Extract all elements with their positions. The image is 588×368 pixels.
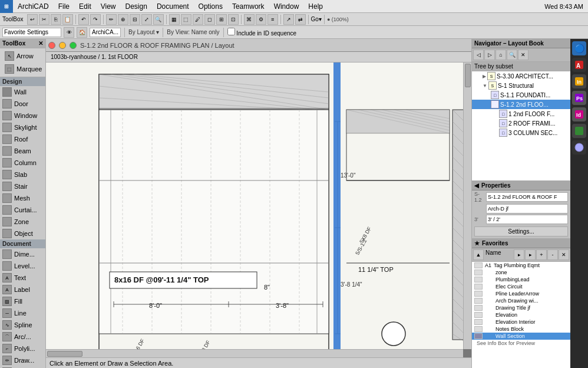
fav-item-1[interactable]: zone: [472, 269, 570, 276]
menu-file[interactable]: File: [54, 1, 74, 12]
dock-icon-5[interactable]: Id: [572, 107, 586, 121]
tb-btn-20[interactable]: ≡: [267, 14, 278, 25]
fav-del-btn[interactable]: -: [547, 249, 558, 260]
fav-col-btn1[interactable]: ▸: [514, 249, 524, 260]
tb-btn-3[interactable]: ⎘: [51, 14, 61, 25]
tb-btn-15[interactable]: ◻: [204, 14, 215, 25]
tree-content[interactable]: ▶ S S-3.30 ARCHITECT... ▼ S S-1 Structur…: [472, 71, 570, 180]
tool-curtain[interactable]: Curtai...: [0, 204, 45, 216]
fav-item-7[interactable]: Elevation: [472, 311, 570, 318]
include-id-checkbox[interactable]: [227, 28, 235, 35]
fav-item-6[interactable]: Drawing Title jf: [472, 304, 570, 311]
dock-icon-7[interactable]: [572, 140, 586, 155]
prop-value-2[interactable]: Arch-D jf: [486, 204, 568, 213]
fav-item-5[interactable]: Arch Drawing wi...: [472, 297, 570, 304]
tb-btn-2[interactable]: ✂: [39, 14, 49, 25]
tool-marquee[interactable]: ⬚ Marquee: [2, 63, 43, 75]
nav-btn-1[interactable]: ◁: [473, 50, 484, 60]
tool-wall[interactable]: Wall: [0, 86, 45, 98]
tb-btn-4[interactable]: 📋: [62, 14, 73, 25]
menu-design[interactable]: Design: [121, 1, 152, 12]
vertical-scroll-thumb[interactable]: [465, 64, 471, 87]
tb-btn-12[interactable]: ▦: [169, 14, 180, 25]
dock-icon-4[interactable]: Ps: [572, 91, 586, 105]
archica-label[interactable]: ArchiCA...: [90, 28, 121, 37]
tool-draw[interactable]: ✏ Draw...: [0, 354, 45, 366]
tb-btn-6[interactable]: ↷: [90, 14, 101, 25]
tool-door[interactable]: Door: [0, 98, 45, 110]
tool-arc[interactable]: ⌒ Arc/...: [0, 331, 45, 343]
fav-item-4[interactable]: Pline LeaderArrow: [472, 290, 570, 297]
menu-view[interactable]: View: [96, 1, 121, 12]
horizontal-scroll-thumb[interactable]: [47, 351, 82, 357]
close-button[interactable]: [48, 42, 55, 49]
tree-item-s12-2[interactable]: □ 2 ROOF FRAMI...: [472, 119, 570, 128]
tool-polyline[interactable]: ⌐ Polyli...: [0, 343, 45, 354]
nav-btn-4[interactable]: 🔍: [507, 50, 517, 60]
tool-mesh[interactable]: Mesh: [0, 192, 45, 204]
vertical-scrollbar[interactable]: [463, 63, 471, 349]
favorites-list[interactable]: A1 Tag Plumbing Eqmt zone PlumbingLead E…: [472, 262, 570, 368]
tool-line[interactable]: ─ Line: [0, 307, 45, 319]
tb-btn-17[interactable]: ⊡: [228, 14, 239, 25]
tb-btn-14[interactable]: 🖊: [193, 14, 203, 25]
tool-fill[interactable]: ▨ Fill: [0, 295, 45, 307]
tree-item-s1[interactable]: ▼ S S-1 Structural: [472, 81, 570, 90]
settings-button[interactable]: Settings...: [474, 226, 568, 236]
tool-text[interactable]: A Text: [0, 272, 45, 284]
tool-window[interactable]: Window: [0, 110, 45, 121]
tb-btn-5[interactable]: ↶: [78, 14, 89, 25]
menu-teamwork[interactable]: Teamwork: [227, 1, 269, 12]
tool-stair[interactable]: Stair: [0, 180, 45, 192]
menu-document[interactable]: Document: [152, 1, 194, 12]
tb-btn-8[interactable]: ⊕: [118, 14, 128, 25]
tb-btn-7[interactable]: ✏: [106, 14, 117, 25]
tool-spline[interactable]: ∿ Spline: [0, 319, 45, 331]
fav-close-btn[interactable]: ✕: [559, 249, 569, 260]
dock-finder[interactable]: 🔵: [572, 41, 586, 55]
go-btn[interactable]: Go▾: [311, 16, 322, 22]
fav-item-2[interactable]: PlumbingLead: [472, 276, 570, 283]
menu-window[interactable]: Window: [269, 1, 304, 12]
dock-icon-3[interactable]: In: [572, 74, 586, 88]
tree-item-s12-1[interactable]: □ 1 2nd FLOOR F...: [472, 109, 570, 119]
tb-btn-16[interactable]: ⊞: [216, 14, 227, 25]
nav-btn-3[interactable]: ⌂: [495, 50, 506, 60]
dock-icon-2[interactable]: A: [572, 58, 586, 72]
fav-item-9[interactable]: Notes Block: [472, 326, 570, 333]
tool-roof[interactable]: Roof: [0, 133, 45, 145]
fav-item-8[interactable]: Elevation Interior: [472, 318, 570, 326]
menu-help[interactable]: Help: [303, 1, 328, 12]
tb-btn-13[interactable]: ⬚: [181, 14, 191, 25]
tool-arrow[interactable]: ↖ Arrow: [2, 50, 43, 63]
tool-skylight[interactable]: Skylight: [0, 121, 45, 133]
tool-dimension[interactable]: Dime...: [0, 248, 45, 260]
tb-btn-11[interactable]: 🔍: [153, 14, 164, 25]
tb-btn-9[interactable]: ⊟: [130, 14, 140, 25]
archica-btn[interactable]: 🏠: [77, 27, 87, 38]
horizontal-scrollbar[interactable]: [46, 349, 463, 357]
include-id-checkbox-label[interactable]: Include in ID sequence: [227, 28, 297, 37]
tree-item-1[interactable]: ▶ S S-3.30 ARCHITECT...: [472, 71, 570, 81]
fav-item-3[interactable]: Elec Circuit: [472, 283, 570, 290]
favorite-settings-input[interactable]: [2, 28, 61, 37]
minimize-button[interactable]: [59, 42, 66, 49]
tree-item-s12[interactable]: □ S-1.2 2nd FLOO...: [472, 100, 570, 109]
fav-add-btn[interactable]: +: [536, 249, 547, 260]
eye-icon[interactable]: 👁: [64, 27, 74, 38]
fav-item-10[interactable]: Wall Section: [472, 333, 570, 340]
nav-btn-2[interactable]: ▷: [484, 50, 495, 60]
fav-col-btn2[interactable]: ▸: [525, 249, 536, 260]
prop-value-1[interactable]: S-1.2 2nd FLOOR & ROOF F: [486, 192, 568, 202]
tool-level[interactable]: Level...: [0, 260, 45, 272]
tree-item-s12-3[interactable]: □ 3 COLUMN SEC...: [472, 128, 570, 137]
tb-btn-18[interactable]: ⌘: [244, 14, 255, 25]
tool-slab[interactable]: Slab: [0, 169, 45, 180]
dock-icon-6[interactable]: [572, 124, 586, 138]
tool-object[interactable]: Object: [0, 228, 45, 239]
maximize-button[interactable]: [70, 42, 77, 49]
tb-btn-10[interactable]: ⤢: [141, 14, 152, 25]
drawing-canvas[interactable]: 8x16 DF @09'-11 1/4" TOP 8'-0" 3'-8" 8" …: [46, 63, 471, 357]
tool-beam[interactable]: Beam: [0, 145, 45, 157]
tb-btn-19[interactable]: ⚙: [256, 14, 266, 25]
